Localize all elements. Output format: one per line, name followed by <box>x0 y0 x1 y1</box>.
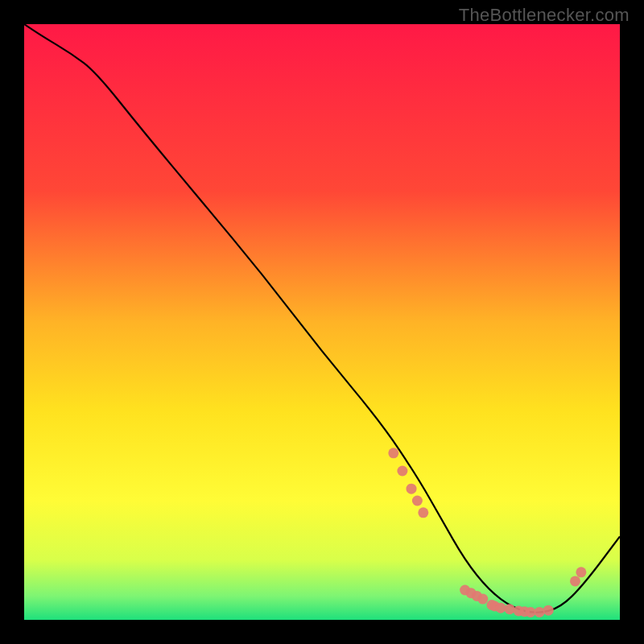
chart-frame: TheBottlenecker.com <box>0 0 644 644</box>
gradient-background <box>24 24 620 620</box>
highlight-point <box>526 607 536 617</box>
highlight-point <box>412 496 423 506</box>
highlight-point <box>496 603 506 613</box>
chart-plot <box>24 24 620 620</box>
highlight-point <box>477 594 488 605</box>
highlight-point <box>418 507 428 518</box>
highlight-point <box>570 576 580 586</box>
highlight-point <box>388 448 398 458</box>
highlight-point <box>407 484 417 494</box>
chart-svg <box>24 24 620 620</box>
watermark-text: TheBottlenecker.com <box>459 5 630 26</box>
highlight-point <box>543 605 554 616</box>
highlight-point <box>505 604 515 614</box>
highlight-point <box>397 466 407 477</box>
highlight-point <box>576 567 586 577</box>
highlight-point <box>535 607 545 617</box>
